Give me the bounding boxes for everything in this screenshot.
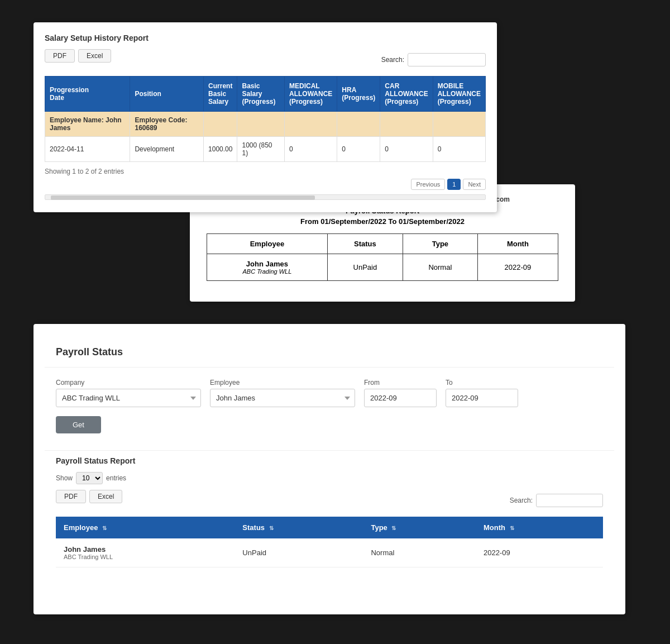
employee-name-cell: Employee Name: John James xyxy=(45,112,130,137)
col-medical: MEDICALALLOWANCE(Progress) xyxy=(284,77,337,112)
horizontal-scrollbar[interactable] xyxy=(45,194,486,200)
showing-entries: Showing 1 to 2 of 2 entries xyxy=(45,168,486,175)
form-section: Company ABC Trading WLL Employee John Ja… xyxy=(45,368,614,445)
status-sort-icon: ⇅ xyxy=(269,525,274,531)
print-date-range: From 01/September/2022 To 01/September/2… xyxy=(207,217,558,226)
from-label: From xyxy=(364,379,437,387)
print-col-month: Month xyxy=(477,234,558,254)
show-entries-control: Show 10 entries xyxy=(56,472,603,484)
panel1-btn-group: PDF Excel xyxy=(45,49,111,63)
to-group: To xyxy=(446,379,518,407)
employee-sort-icon: ⇅ xyxy=(102,525,107,531)
employee-group: Employee John James xyxy=(210,379,355,407)
row-mobile: 0 xyxy=(433,137,485,162)
table-pdf-button[interactable]: PDF xyxy=(56,490,86,503)
to-input[interactable] xyxy=(446,389,518,407)
row-medical: 0 xyxy=(284,137,337,162)
print-col-employee: Employee xyxy=(207,234,328,254)
main-month-cell: 2022-09 xyxy=(476,538,603,567)
employee-select[interactable]: John James xyxy=(210,389,355,407)
main-employee-cell: John James ABC Trading WLL xyxy=(56,538,234,567)
col-basic-progress: Basic Salary(Progress) xyxy=(237,77,285,112)
main-type-cell: Normal xyxy=(363,538,476,567)
print-month-cell: 2022-09 xyxy=(477,254,558,281)
table-row: 2022-04-11 Development 1000.00 1000 (850… xyxy=(45,137,486,162)
report-section: Payroll Status Report Show 10 entries PD… xyxy=(45,456,614,579)
col-mobile: MOBILEALLOWANCE(Progress) xyxy=(433,77,485,112)
month-sort-icon: ⇅ xyxy=(510,525,514,531)
pdf-button[interactable]: PDF xyxy=(45,49,75,63)
from-group: From xyxy=(364,379,437,407)
table-btn-group: PDF Excel xyxy=(56,490,122,503)
row-date: 2022-04-11 xyxy=(45,137,130,162)
main-col-employee: Employee ⇅ xyxy=(56,517,234,538)
scrollbar-thumb xyxy=(51,195,315,200)
print-col-status: Status xyxy=(327,234,403,254)
company-select[interactable]: ABC Trading WLL xyxy=(56,389,201,407)
main-status-cell: UnPaid xyxy=(234,538,363,567)
print-employee-cell: John James ABC Trading WLL xyxy=(207,254,328,281)
main-emp-name: John James xyxy=(64,545,227,554)
print-table-row: John James ABC Trading WLL UnPaid Normal… xyxy=(207,254,558,281)
pagination: Previous 1 Next xyxy=(45,179,486,190)
excel-button[interactable]: Excel xyxy=(78,49,111,63)
prev-button[interactable]: Previous xyxy=(411,179,445,190)
print-col-type: Type xyxy=(403,234,477,254)
company-label: Company xyxy=(56,379,201,387)
show-label: Show xyxy=(56,474,73,482)
salary-table: ProgressionDate Position CurrentBasicSal… xyxy=(45,76,486,162)
print-emp-company: ABC Trading WLL xyxy=(216,268,318,275)
search-input[interactable] xyxy=(408,53,486,66)
employee-label: Employee xyxy=(210,379,355,387)
page-1-button[interactable]: 1 xyxy=(447,179,461,190)
table-toolbar: PDF Excel Search: xyxy=(56,490,603,511)
search-bar: Search: xyxy=(381,53,486,66)
from-input[interactable] xyxy=(364,389,437,407)
col-position: Position xyxy=(130,77,204,112)
main-col-month: Month ⇅ xyxy=(476,517,603,538)
to-label: To xyxy=(446,379,518,387)
print-table: Employee Status Type Month John James AB… xyxy=(207,233,558,281)
panel3-title: Payroll Status xyxy=(45,335,614,368)
main-col-type: Type ⇅ xyxy=(363,517,476,538)
main-emp-company: ABC Trading WLL xyxy=(64,554,227,560)
salary-report-title: Salary Setup History Report xyxy=(45,34,486,42)
row-position: Development xyxy=(130,137,204,162)
employee-name-row: Employee Name: John James Employee Code:… xyxy=(45,112,486,137)
get-button[interactable]: Get xyxy=(56,416,101,433)
next-button[interactable]: Next xyxy=(463,179,486,190)
print-type-cell: Normal xyxy=(403,254,477,281)
main-col-status: Status ⇅ xyxy=(234,517,363,538)
entries-label: entries xyxy=(106,474,126,482)
form-row: Company ABC Trading WLL Employee John Ja… xyxy=(56,379,603,407)
row-current-basic: 1000.00 xyxy=(204,137,237,162)
row-basic-progress: 1000 (850 1) xyxy=(237,137,285,162)
type-sort-icon: ⇅ xyxy=(391,525,396,531)
employee-code-cell: Employee Code: 160689 xyxy=(130,112,204,137)
col-progression-date: ProgressionDate xyxy=(45,77,130,112)
table-search-label: Search: xyxy=(510,497,533,504)
table-search-input[interactable] xyxy=(536,494,603,507)
main-table-row: John James ABC Trading WLL UnPaid Normal… xyxy=(56,538,603,567)
table-search-bar: Search: xyxy=(510,494,603,507)
main-table: Employee ⇅ Status ⇅ Type ⇅ Month ⇅ xyxy=(56,517,603,567)
col-current-basic: CurrentBasicSalary xyxy=(204,77,237,112)
col-car: CARALLOWANCE(Progress) xyxy=(380,77,433,112)
report-section-title: Payroll Status Report xyxy=(56,456,603,465)
col-hra: HRA(Progress) xyxy=(337,77,380,112)
row-car: 0 xyxy=(380,137,433,162)
row-hra: 0 xyxy=(337,137,380,162)
section-divider xyxy=(45,450,614,451)
salary-setup-panel: Salary Setup History Report PDF Excel Se… xyxy=(34,22,497,212)
search-label: Search: xyxy=(381,56,404,64)
print-status-cell: UnPaid xyxy=(327,254,403,281)
table-excel-button[interactable]: Excel xyxy=(89,490,122,503)
print-emp-name: John James xyxy=(216,260,318,268)
payroll-status-panel: Payroll Status Company ABC Trading WLL E… xyxy=(34,324,625,614)
entries-select[interactable]: 10 xyxy=(76,472,103,484)
company-group: Company ABC Trading WLL xyxy=(56,379,201,407)
